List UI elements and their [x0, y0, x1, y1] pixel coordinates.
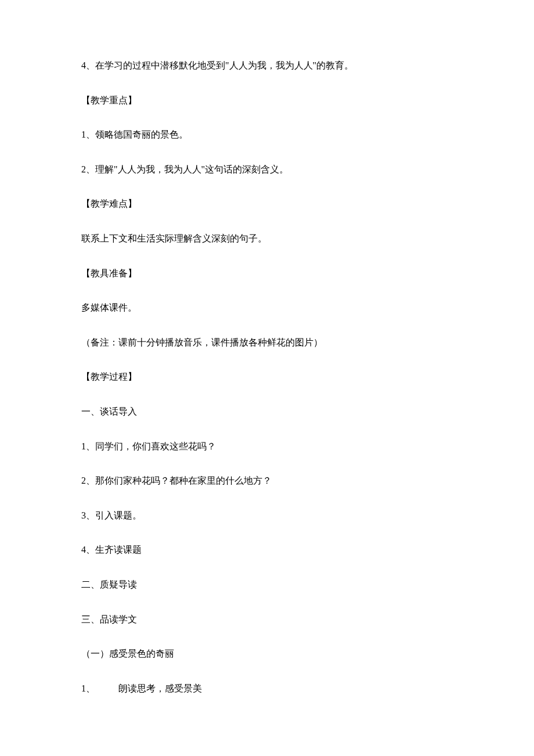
document-page: 4、在学习的过程中潜移默化地受到"人人为我，我为人人"的教育。 【教学重点】 1… [0, 0, 534, 756]
body-line: 多媒体课件。 [81, 300, 453, 315]
body-line: 2、那你们家种花吗？都种在家里的什么地方？ [81, 473, 453, 488]
section-heading: 【教学重点】 [81, 93, 453, 108]
body-line: 3、引入课题。 [81, 508, 453, 523]
body-line: 4、在学习的过程中潜移默化地受到"人人为我，我为人人"的教育。 [81, 58, 453, 73]
body-line: 4、生齐读课题 [81, 542, 453, 557]
subsection-heading: 二、质疑导读 [81, 577, 453, 592]
subsection-heading: 三、品读学文 [81, 612, 453, 627]
body-line: 2、理解"人人为我，我为人人"这句话的深刻含义。 [81, 162, 453, 177]
section-heading: 【教学难点】 [81, 196, 453, 211]
subsection-heading: 一、谈话导入 [81, 404, 453, 419]
section-heading: 【教具准备】 [81, 266, 453, 281]
body-line: 1、 朗读思考，感受景美 [81, 681, 453, 696]
body-line: （一）感受景色的奇丽 [81, 646, 453, 661]
body-line: 联系上下文和生活实际理解含义深刻的句子。 [81, 231, 453, 246]
body-line: （备注：课前十分钟播放音乐，课件播放各种鲜花的图片） [81, 335, 453, 350]
body-line: 1、领略德国奇丽的景色。 [81, 127, 453, 142]
section-heading: 【教学过程】 [81, 369, 453, 384]
body-line: 1、同学们，你们喜欢这些花吗？ [81, 439, 453, 454]
